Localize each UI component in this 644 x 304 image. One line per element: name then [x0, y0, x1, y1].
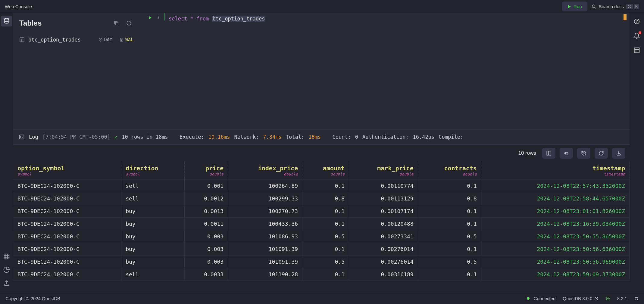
- cell-direction: buy: [121, 230, 185, 243]
- download-button[interactable]: [612, 148, 625, 159]
- add-version-icon[interactable]: [606, 296, 610, 301]
- cell-contracts: 0.8: [418, 192, 481, 205]
- copyright: Copyright © 2024 QuestDB: [5, 296, 60, 301]
- tables-sidebar: Tables btc_option_trades DAY: [13, 13, 140, 129]
- upper-row: Tables btc_option_trades DAY: [13, 13, 630, 129]
- column-header-contracts[interactable]: contractsdouble: [418, 162, 481, 180]
- table-row[interactable]: BTC-9DEC24-102000-Csell0.0012100299.330.…: [13, 192, 630, 205]
- cell-amount: 0.1: [302, 205, 349, 218]
- results-grid[interactable]: option_symbolsymboldirectionsymbolpriced…: [13, 162, 630, 293]
- table-row[interactable]: BTC-9DEC24-102000-Csell0.001100264.890.1…: [13, 180, 630, 192]
- copy-icon[interactable]: [112, 19, 121, 28]
- table-entry[interactable]: btc_option_trades DAY WAL: [13, 33, 139, 46]
- cell-option_symbol: BTC-9DEC24-102000-C: [13, 218, 121, 230]
- svg-point-2: [5, 18, 9, 20]
- cell-contracts: 0.1: [418, 205, 481, 218]
- cell-direction: sell: [121, 180, 185, 192]
- cell-option_symbol: BTC-9DEC24-102000-C: [13, 256, 121, 268]
- log-label: Log: [29, 134, 38, 140]
- refresh-icon[interactable]: [124, 19, 133, 28]
- version-link[interactable]: QuestDB 8.0.0: [563, 296, 598, 301]
- panel-icon[interactable]: [632, 45, 642, 55]
- table-row[interactable]: BTC-9DEC24-102000-Cbuy0.003101091.390.50…: [13, 256, 630, 268]
- grid-icon[interactable]: [1, 251, 12, 262]
- column-header-option_symbol[interactable]: option_symbolsymbol: [13, 162, 121, 180]
- table-row[interactable]: BTC-9DEC24-102000-Csell0.0033101190.280.…: [13, 268, 630, 281]
- cell-timestamp: 2024-12-08T23:50:56.636000Z: [481, 243, 629, 256]
- table-row[interactable]: BTC-9DEC24-102000-Cbuy0.0011100433.360.1…: [13, 218, 630, 230]
- cell-amount: 0.1: [302, 218, 349, 230]
- cell-direction: sell: [121, 268, 185, 281]
- partition-badge: DAY: [98, 37, 112, 42]
- cell-direction: sell: [121, 192, 185, 205]
- editor-line: select * from btc_option_trades: [164, 13, 265, 20]
- sidebar-title: Tables: [19, 19, 108, 27]
- kbd-shortcut: ⌘ K: [626, 4, 639, 9]
- svg-rect-18: [20, 135, 24, 139]
- wal-badge: WAL: [120, 37, 133, 42]
- rows-count: 10 rows: [518, 150, 536, 156]
- help-icon[interactable]: [632, 16, 642, 26]
- svg-rect-3: [4, 254, 9, 259]
- column-header-timestamp[interactable]: timestamptimestamp: [481, 162, 629, 180]
- clock-icon: [98, 38, 103, 42]
- svg-rect-20: [547, 151, 551, 155]
- move-columns-button[interactable]: [560, 148, 573, 159]
- cell-amount: 0.5: [302, 230, 349, 243]
- svg-rect-26: [634, 48, 639, 53]
- cell-mark_price: 0.00276014: [349, 256, 418, 268]
- results-table: option_symbolsymboldirectionsymbolpriced…: [13, 162, 630, 281]
- search-docs-button[interactable]: Search docs ⌘ K: [592, 4, 639, 9]
- column-header-price[interactable]: pricedouble: [185, 162, 228, 180]
- cell-timestamp: 2024-12-08T23:50:56.969000Z: [481, 256, 629, 268]
- column-header-direction[interactable]: directionsymbol: [121, 162, 185, 180]
- table-header-row: option_symbolsymboldirectionsymbolpriced…: [13, 162, 630, 180]
- secondary-version: 8.2.1: [617, 296, 627, 301]
- cell-direction: buy: [121, 256, 185, 268]
- notifications-icon[interactable]: [632, 31, 642, 41]
- sql-editor[interactable]: 1 select * from btc_option_trades: [140, 13, 630, 129]
- cell-timestamp: 2024-12-08T22:58:44.657000Z: [481, 192, 629, 205]
- cell-amount: 0.8: [302, 192, 349, 205]
- cell-contracts: 0.1: [418, 268, 481, 281]
- log-bar: Log [7:04:54 PM GMT-05:00] ✓ 10 rows in …: [13, 129, 630, 145]
- log-timestamp: [7:04:54 PM GMT-05:00]: [42, 134, 110, 140]
- table-row[interactable]: BTC-9DEC24-102000-Cbuy0.0013100270.730.1…: [13, 205, 630, 218]
- cell-mark_price: 0.00273341: [349, 230, 418, 243]
- topbar: Web Console Run Search docs ⌘ K: [0, 0, 644, 13]
- cell-mark_price: 0.00107174: [349, 205, 418, 218]
- gutter-play-icon[interactable]: [149, 16, 152, 20]
- column-header-amount[interactable]: amountdouble: [302, 162, 349, 180]
- cell-price: 0.001: [185, 180, 228, 192]
- svg-line-29: [596, 297, 598, 299]
- cell-index_price: 101086.93: [228, 230, 302, 243]
- database-tab-icon[interactable]: [1, 16, 12, 26]
- github-link[interactable]: [634, 296, 639, 301]
- column-header-mark_price[interactable]: mark_pricedouble: [349, 162, 418, 180]
- right-rail: [630, 13, 644, 293]
- editor-marker: [624, 14, 627, 20]
- refresh-results-button[interactable]: [595, 148, 608, 159]
- cell-amount: 0.5: [302, 256, 349, 268]
- cell-amount: 0.1: [302, 243, 349, 256]
- upload-icon[interactable]: [1, 278, 12, 288]
- run-button[interactable]: Run: [562, 2, 587, 11]
- cell-index_price: 100270.73: [228, 205, 302, 218]
- cell-mark_price: 0.00316189: [349, 268, 418, 281]
- table-row[interactable]: BTC-9DEC24-102000-Cbuy0.003101086.930.50…: [13, 230, 630, 243]
- cell-contracts: 0.5: [418, 256, 481, 268]
- freeze-columns-button[interactable]: [542, 148, 555, 159]
- cell-index_price: 101091.39: [228, 243, 302, 256]
- pie-chart-icon[interactable]: [1, 264, 12, 275]
- connection-status: Connected: [527, 296, 556, 301]
- log-icon: [19, 134, 25, 140]
- cell-timestamp: 2024-12-08T23:59:09.373000Z: [481, 268, 629, 281]
- table-row[interactable]: BTC-9DEC24-102000-Cbuy0.003101091.390.10…: [13, 243, 630, 256]
- cell-direction: buy: [121, 205, 185, 218]
- cell-direction: buy: [121, 218, 185, 230]
- cell-amount: 0.1: [302, 180, 349, 192]
- column-header-index_price[interactable]: index_pricedouble: [228, 162, 302, 180]
- history-button[interactable]: [577, 148, 590, 159]
- content-column: Tables btc_option_trades DAY: [13, 13, 630, 293]
- cell-option_symbol: BTC-9DEC24-102000-C: [13, 230, 121, 243]
